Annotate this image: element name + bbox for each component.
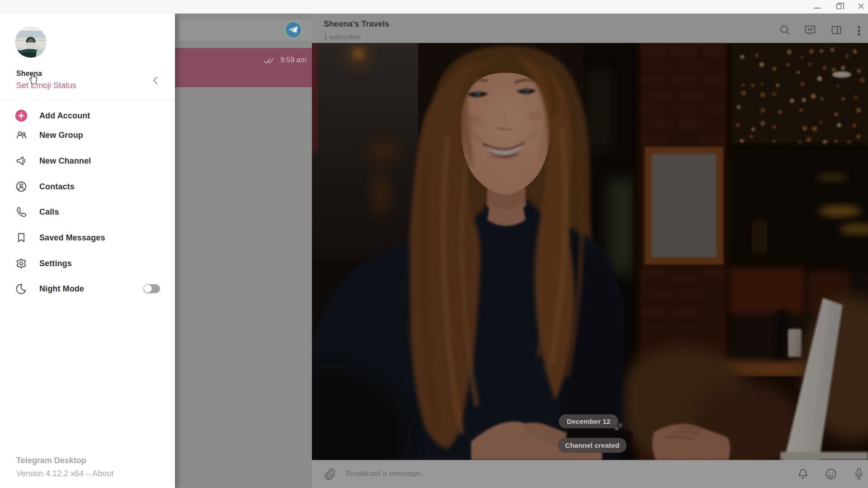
- svg-text:December 12: December 12: [567, 418, 611, 425]
- svg-text:Channel created: Channel created: [565, 441, 620, 449]
